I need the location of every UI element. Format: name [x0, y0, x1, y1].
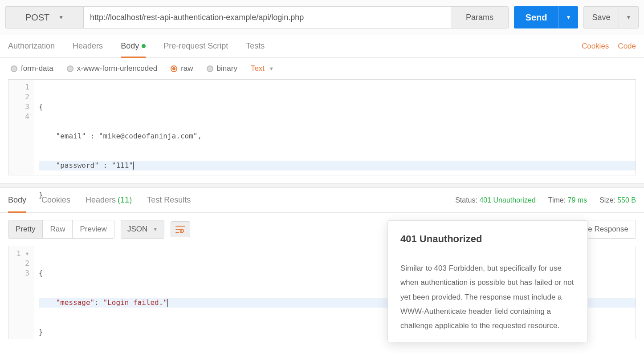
tab-prerequest[interactable]: Pre-request Script — [163, 35, 228, 57]
gutter: 1234 — [8, 80, 34, 175]
view-pretty[interactable]: Pretty — [8, 220, 43, 238]
view-preview[interactable]: Preview — [73, 220, 114, 238]
send-dropdown[interactable]: ▼ — [558, 6, 578, 28]
view-toggle: Pretty Raw Preview — [8, 220, 114, 239]
chevron-down-icon: ▼ — [153, 227, 158, 232]
modified-dot-icon — [142, 44, 146, 48]
wrap-lines-button[interactable] — [171, 221, 190, 237]
view-raw[interactable]: Raw — [43, 220, 73, 238]
tab-headers[interactable]: Headers — [73, 35, 103, 57]
resp-tab-cookies[interactable]: Cookies — [41, 188, 70, 212]
tab-body[interactable]: Body — [121, 35, 146, 57]
request-bar: POST ▼ Params Send ▼ Save ▼ — [0, 0, 644, 35]
code-line: "email" : "mike@codeofaninja.com", — [39, 131, 636, 141]
resp-tab-tests[interactable]: Test Results — [147, 188, 191, 212]
save-dropdown[interactable]: ▼ — [619, 6, 639, 28]
method-select[interactable]: POST ▼ — [5, 6, 83, 28]
format-select[interactable]: JSON ▼ — [121, 220, 164, 239]
url-input[interactable] — [83, 6, 451, 28]
save-response-button[interactable]: e Response — [580, 220, 636, 239]
tooltip-title: 401 Unauthorized — [400, 233, 575, 245]
headers-count: (11) — [118, 195, 132, 205]
tab-authorization[interactable]: Authorization — [8, 35, 55, 57]
request-tabs: Authorization Headers Body Pre-request S… — [0, 35, 644, 58]
language-select[interactable]: Text ▼ — [251, 64, 274, 73]
cookies-link[interactable]: Cookies — [582, 42, 609, 51]
body-type-row: form-data x-www-form-urlencoded raw bina… — [0, 58, 644, 77]
radio-form-data[interactable]: form-data — [11, 64, 53, 73]
status-tooltip: 401 Unauthorized Similar to 403 Forbidde… — [387, 220, 588, 342]
radio-urlencoded[interactable]: x-www-form-urlencoded — [67, 64, 157, 73]
tab-tests[interactable]: Tests — [246, 35, 265, 57]
tooltip-text: Similar to 403 Forbidden, but specifical… — [400, 261, 575, 333]
save-button[interactable]: Save — [583, 6, 619, 28]
code-link[interactable]: Code — [618, 42, 636, 51]
gutter: 1 ▾23 — [8, 246, 34, 339]
code-line: { — [39, 102, 636, 112]
resp-tab-body[interactable]: Body — [8, 188, 26, 212]
request-body-editor[interactable]: 1234 { "email" : "mike@codeofaninja.com"… — [8, 79, 636, 175]
chevron-down-icon: ▼ — [58, 14, 64, 20]
radio-binary[interactable]: binary — [207, 64, 237, 73]
params-button[interactable]: Params — [451, 6, 509, 28]
chevron-down-icon: ▼ — [269, 66, 274, 71]
code-line: "password" : "111" — [39, 161, 636, 170]
tab-body-label: Body — [121, 41, 139, 51]
radio-raw[interactable]: raw — [171, 64, 193, 73]
method-value: POST — [25, 12, 49, 23]
send-button[interactable]: Send — [514, 6, 558, 28]
resp-tab-headers[interactable]: Headers (11) — [86, 188, 132, 212]
